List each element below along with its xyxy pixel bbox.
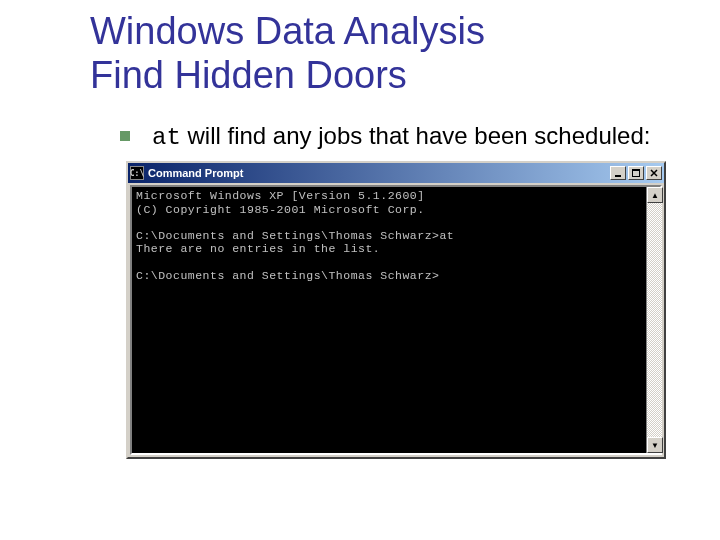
bullet-text: at will find any jobs that have been sch…	[152, 121, 650, 153]
bullet-rest: will find any jobs that have been schedu…	[181, 122, 651, 149]
minimize-button[interactable]	[610, 166, 626, 180]
scrollbar-track[interactable]	[647, 203, 662, 437]
cmd-icon-label: C:\	[130, 169, 144, 178]
bullet-command: at	[152, 124, 181, 151]
chevron-up-icon: ▲	[651, 191, 659, 200]
bullet-square-icon	[120, 131, 130, 141]
window-title: Command Prompt	[148, 167, 610, 179]
maximize-button[interactable]	[628, 166, 644, 180]
chevron-down-icon: ▼	[651, 441, 659, 450]
bullet-item: at will find any jobs that have been sch…	[120, 121, 690, 153]
slide: Windows Data Analysis Find Hidden Doors …	[0, 0, 720, 540]
scroll-up-button[interactable]: ▲	[647, 187, 663, 203]
title-line-2: Find Hidden Doors	[90, 54, 407, 96]
scroll-down-button[interactable]: ▼	[647, 437, 663, 453]
cmd-icon: C:\	[130, 166, 144, 180]
window-controls	[610, 166, 662, 180]
titlebar[interactable]: C:\ Command Prompt	[128, 163, 664, 183]
title-line-1: Windows Data Analysis	[90, 10, 485, 52]
svg-rect-0	[615, 175, 621, 177]
vertical-scrollbar[interactable]: ▲ ▼	[646, 187, 662, 453]
console-output[interactable]: Microsoft Windows XP [Version 5.1.2600] …	[130, 185, 662, 455]
svg-rect-2	[632, 169, 640, 171]
command-prompt-window: C:\ Command Prompt Microsoft Windows X	[126, 161, 666, 459]
slide-title: Windows Data Analysis Find Hidden Doors	[90, 10, 690, 97]
close-button[interactable]	[646, 166, 662, 180]
